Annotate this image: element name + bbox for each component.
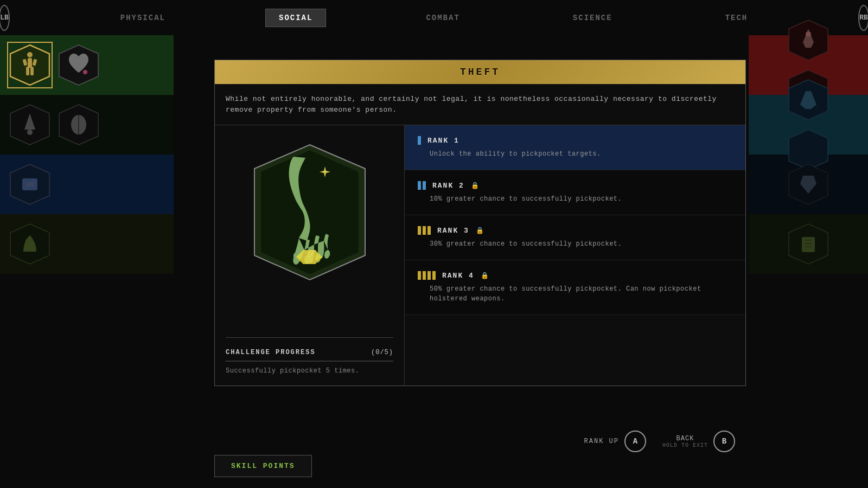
back-control[interactable]: BACK HOLD TO EXIT B [662, 431, 735, 452]
lock-icon-2: 🔒 [471, 182, 479, 190]
rank-2-header: RANK 2 🔒 [418, 181, 732, 190]
lock-icon-4: 🔒 [481, 272, 489, 280]
sidebar-band-4 [0, 214, 174, 274]
rank-2-desc: 10% greater chance to successfully pickp… [418, 194, 732, 204]
rank-3-desc: 30% greater chance to successfully pickp… [418, 239, 732, 249]
rank-bar-filled-1 [418, 181, 421, 190]
challenge-count: (0/5) [371, 349, 393, 356]
sidebar-band-2 [0, 95, 174, 155]
top-navigation: LB PHYSICAL SOCIAL COMBAT SCIENCE TECH R… [0, 0, 868, 35]
rank-3-bars [418, 226, 431, 235]
sidebar-skill-6[interactable] [8, 222, 52, 266]
svg-rect-25 [802, 237, 815, 252]
rank-1-header: RANK 1 [418, 136, 732, 145]
challenge-desc: Successfully pickpocket 5 times. [226, 367, 393, 375]
back-label: BACK [676, 435, 694, 442]
rank-bar-filled-2 [423, 181, 426, 190]
rank-3[interactable]: RANK 3 🔒 30% greater chance to successfu… [405, 215, 745, 260]
rank-bar-gold-2 [423, 226, 426, 235]
rank-bar-filled [418, 136, 421, 145]
rank-bar-g3 [427, 271, 431, 280]
rank-1[interactable]: RANK 1 Unlock the ability to pickpocket … [405, 125, 745, 170]
skill-display: CHALLENGE PROGRESS (0/5) Successfully pi… [215, 125, 405, 386]
svg-rect-5 [26, 67, 29, 75]
rank-3-header: RANK 3 🔒 [418, 226, 732, 235]
svg-point-8 [83, 70, 87, 74]
rank-2[interactable]: RANK 2 🔒 10% greater chance to successfu… [405, 170, 745, 215]
skill-title: THEFT [215, 60, 745, 84]
rank-up-label: RANK UP [584, 438, 619, 445]
rank-4-header: RANK 4 🔒 [418, 271, 732, 280]
right-band-4 [749, 214, 868, 274]
rank-1-desc: Unlock the ability to pickpocket targets… [418, 149, 732, 159]
nav-tabs: PHYSICAL SOCIAL COMBAT SCIENCE TECH [107, 9, 761, 27]
rank-4-label: RANK 4 [442, 272, 474, 280]
rank-2-bars [418, 181, 426, 190]
bottom-controls: RANK UP A BACK HOLD TO EXIT B [573, 422, 746, 461]
svg-rect-6 [30, 67, 34, 75]
rank-bar-g4 [432, 271, 436, 280]
a-button[interactable]: A [624, 431, 646, 452]
rank-bar-gold-1 [418, 226, 421, 235]
rank-4-bars [418, 271, 436, 280]
rank-1-label: RANK 1 [427, 137, 459, 145]
skill-image [239, 136, 380, 288]
hold-to-exit-label: HOLD TO EXIT [662, 442, 708, 448]
rank-up-control[interactable]: RANK UP A [584, 431, 646, 452]
svg-rect-2 [28, 58, 32, 68]
skill-points-button[interactable]: SKILL POINTS [214, 455, 312, 477]
left-sidebar: 100 [0, 35, 174, 488]
back-label-stack: BACK HOLD TO EXIT [662, 435, 708, 448]
rank-3-label: RANK 3 [437, 227, 469, 235]
challenge-title: CHALLENGE PROGRESS [226, 349, 316, 356]
rank-4-desc: 50% greater chance to successfully pickp… [418, 284, 732, 304]
sidebar-band-1 [0, 35, 174, 95]
svg-point-1 [27, 52, 33, 57]
rank-1-bars [418, 136, 421, 145]
right-band-2 [749, 95, 868, 155]
tab-combat[interactable]: COMBAT [413, 9, 473, 27]
theft-art-svg [245, 140, 375, 284]
rank-bar-g2 [423, 271, 426, 280]
right-skill-5[interactable] [787, 162, 830, 207]
sidebar-skill-4[interactable] [57, 102, 100, 147]
sidebar-skill-3[interactable] [8, 102, 52, 147]
right-skill-3[interactable] [787, 78, 830, 122]
right-band-3 [749, 155, 868, 214]
sidebar-skill-2[interactable] [57, 43, 100, 87]
sidebar-skill-5[interactable]: 100 [8, 162, 52, 207]
right-skill-1[interactable] [787, 18, 830, 62]
svg-point-10 [27, 130, 33, 135]
svg-text:100: 100 [25, 182, 35, 188]
tab-social[interactable]: SOCIAL [265, 9, 326, 27]
lb-button[interactable]: LB [0, 5, 10, 31]
skill-description: While not entirely honorable, and certai… [215, 84, 745, 125]
b-button[interactable]: B [713, 431, 735, 452]
rank-bar-gold-3 [427, 226, 431, 235]
tab-physical[interactable]: PHYSICAL [107, 9, 178, 27]
tab-tech[interactable]: TECH [712, 9, 761, 27]
rank-2-label: RANK 2 [432, 182, 464, 190]
rb-button[interactable]: RB [858, 5, 868, 31]
sidebar-skill-1[interactable] [8, 43, 52, 87]
tab-science[interactable]: SCIENCE [560, 9, 626, 27]
ranks-panel: RANK 1 Unlock the ability to pickpocket … [405, 125, 745, 386]
right-skill-6[interactable] [787, 222, 830, 266]
content-area: CHALLENGE PROGRESS (0/5) Successfully pi… [215, 125, 745, 386]
main-panel: THEFT While not entirely honorable, and … [214, 60, 746, 386]
challenge-section: CHALLENGE PROGRESS (0/5) Successfully pi… [226, 337, 393, 375]
lock-icon-3: 🔒 [476, 227, 484, 235]
challenge-bar [226, 361, 393, 362]
svg-point-19 [806, 31, 811, 37]
sidebar-band-3: 100 [0, 155, 174, 214]
right-sidebar [749, 35, 868, 488]
rank-4[interactable]: RANK 4 🔒 50% greater chance to successfu… [405, 260, 745, 315]
challenge-header: CHALLENGE PROGRESS (0/5) [226, 349, 393, 356]
rank-bar-g1 [418, 271, 421, 280]
